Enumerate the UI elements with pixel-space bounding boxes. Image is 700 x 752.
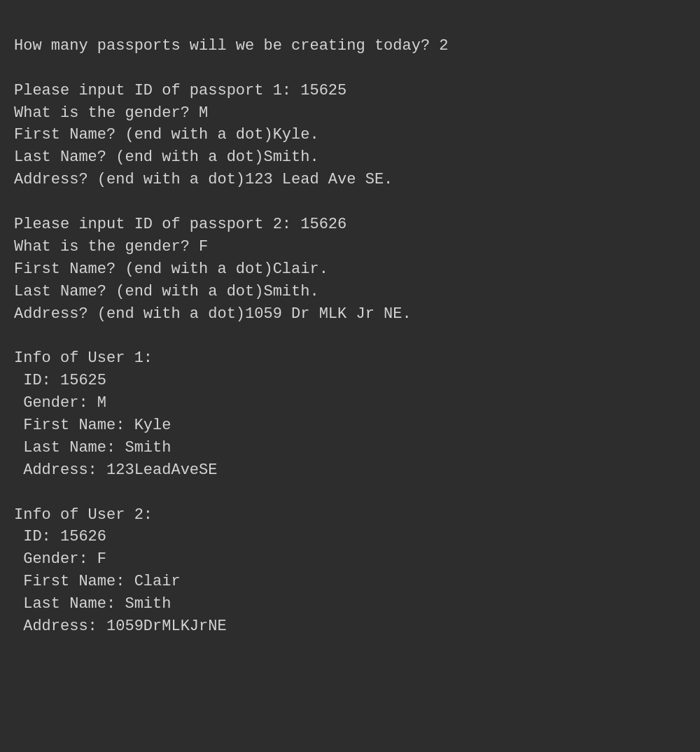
line-23: Address: 1059DrMLKJrNE: [14, 615, 686, 638]
terminal-output: How many passports will we be creating t…: [14, 13, 686, 638]
line-01: How many passports will we be creating t…: [14, 35, 686, 57]
blank-03: [14, 325, 686, 347]
line-07: Please input ID of passport 2: 15626: [14, 214, 686, 236]
line-06: Address? (end with a dot)123 Lead Ave SE…: [14, 169, 686, 191]
blank-01: [14, 57, 686, 80]
line-13: ID: 15625: [14, 370, 686, 392]
line-14: Gender: M: [14, 392, 686, 415]
line-17: Address: 123LeadAveSE: [14, 459, 686, 482]
line-08: What is the gender? F: [14, 236, 686, 258]
blank-02: [14, 191, 686, 214]
line-19: ID: 15626: [14, 526, 686, 548]
line-09: First Name? (end with a dot)Clair.: [14, 258, 686, 281]
blank-04: [14, 482, 686, 504]
line-05: Last Name? (end with a dot)Smith.: [14, 146, 686, 169]
line-21: First Name: Clair: [14, 571, 686, 593]
line-03: What is the gender? M: [14, 102, 686, 125]
line-15: First Name: Kyle: [14, 415, 686, 437]
line-12: Info of User 1:: [14, 347, 686, 370]
line-10: Last Name? (end with a dot)Smith.: [14, 281, 686, 303]
line-02: Please input ID of passport 1: 15625: [14, 80, 686, 102]
line-22: Last Name: Smith: [14, 593, 686, 615]
line-16: Last Name: Smith: [14, 437, 686, 459]
line-18: Info of User 2:: [14, 504, 686, 527]
line-20: Gender: F: [14, 548, 686, 571]
line-11: Address? (end with a dot)1059 Dr MLK Jr …: [14, 303, 686, 326]
line-04: First Name? (end with a dot)Kyle.: [14, 124, 686, 146]
